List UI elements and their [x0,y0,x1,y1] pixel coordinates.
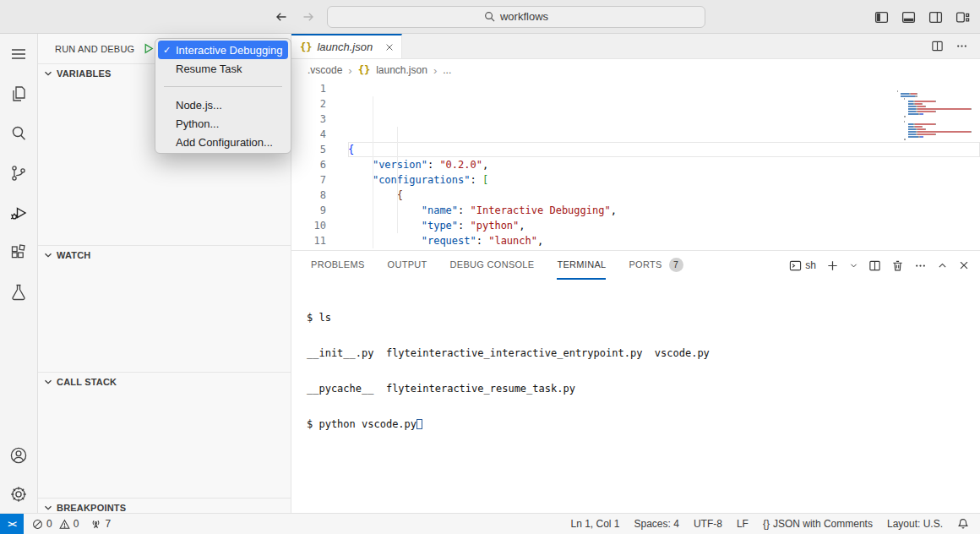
active-terminal-item[interactable]: sh [789,259,816,272]
split-editor-icon[interactable] [931,40,944,52]
sidebar-title: RUN AND DEBUG [55,44,134,54]
problems-status[interactable]: 0 0 [32,518,79,530]
tab-launch-json[interactable]: {} launch.json [291,34,402,58]
call-stack-section: CALL STACK [38,372,291,498]
language-mode-status[interactable]: {} JSON with Comments [763,518,873,530]
json-file-icon: {} [358,64,370,76]
menu-item-resume-task[interactable]: Resume Task [158,59,288,78]
remote-icon: >< [8,520,16,529]
extensions-icon[interactable] [8,242,29,263]
encoding-status[interactable]: UTF-8 [694,518,722,530]
menu-item-nodejs[interactable]: Node.js... [158,95,288,114]
code-line[interactable]: "request": "launch", [348,233,980,248]
toggle-secondary-sidebar-icon[interactable] [928,10,943,25]
json-file-icon: {} [300,41,312,53]
breadcrumb-file[interactable]: launch.json [376,64,427,76]
more-actions-icon[interactable] [956,40,968,52]
run-and-debug-icon[interactable] [8,203,29,223]
forward-arrow-icon[interactable] [302,10,315,24]
back-arrow-icon[interactable] [275,10,288,24]
code-line[interactable]: "name": "Interactive Debugging", [348,203,980,218]
terminal-line: $ ls [307,312,980,324]
close-panel-icon[interactable] [958,259,970,271]
search-text: workflows [500,10,548,23]
notifications-bell-icon[interactable] [957,518,969,530]
breadcrumb-separator: › [433,64,437,77]
cursor-position-status[interactable]: Ln 1, Col 1 [570,518,619,530]
editor-tab-bar: {} launch.json [291,34,980,59]
tab-problems[interactable]: PROBLEMS [311,251,365,280]
terminal-dropdown-chevron-icon[interactable] [849,261,858,270]
close-tab-icon[interactable] [384,42,395,52]
maximize-panel-icon[interactable] [937,260,948,271]
code-line[interactable]: { [348,188,980,203]
chevron-down-icon [41,501,55,513]
settings-gear-icon[interactable] [8,484,29,504]
toggle-panel-icon[interactable] [901,10,916,25]
watch-section: WATCH [38,245,291,372]
search-view-icon[interactable] [8,123,29,144]
chevron-down-icon [41,375,55,389]
explorer-icon[interactable] [8,84,29,104]
terminal-cursor [416,419,422,429]
terminal-icon [789,259,802,272]
menu-item-add-configuration[interactable]: Add Configuration... [158,133,288,151]
account-icon[interactable] [8,445,29,466]
minimap-line [897,120,972,122]
line-number: 4 [291,127,326,142]
minimap[interactable] [894,83,972,135]
line-numbers[interactable]: 1234567891011 [291,81,348,250]
tab-terminal[interactable]: TERMINAL [557,251,606,280]
forwarded-ports-status[interactable]: 7 [90,518,111,530]
breadcrumb: .vscode › {} launch.json › ... [291,59,980,81]
line-number: 10 [291,218,326,233]
remote-indicator[interactable]: >< [0,514,24,534]
tab-ports[interactable]: PORTS 7 [629,251,683,280]
toggle-sidebar-icon[interactable] [874,10,889,25]
activity-bar [0,34,38,513]
line-number: 3 [291,112,326,127]
code-line[interactable]: { [348,142,980,157]
line-number: 1 [291,81,326,96]
customize-layout-icon[interactable] [956,10,970,25]
line-number: 2 [291,96,326,112]
code-line[interactable]: "program": "/root/workflows/flyteinterac… [348,248,980,250]
code-lines[interactable]: { "version": "0.2.0", "configurations": … [348,81,980,250]
line-number: 11 [291,233,326,248]
radio-tower-icon [90,519,101,530]
code-line[interactable]: "type": "python", [348,218,980,233]
command-center-search[interactable]: workflows [327,6,705,28]
kill-terminal-trash-icon[interactable] [891,259,904,272]
eol-status[interactable]: LF [737,518,749,530]
indent-guide [397,127,398,233]
code-line[interactable]: "configurations": [ [348,172,980,188]
terminal-output[interactable]: $ ls __init__.py flyteinteractive_intera… [291,280,980,513]
watch-section-header[interactable]: WATCH [38,246,291,264]
source-control-icon[interactable] [8,163,29,183]
call-stack-section-header[interactable]: CALL STACK [38,373,291,391]
terminal-line: __init__.py flyteinteractive_interactive… [307,347,980,359]
breadcrumb-separator: › [348,64,351,77]
breadcrumb-folder[interactable]: .vscode [308,64,342,76]
code-line[interactable]: "version": "0.2.0", [348,157,980,172]
search-icon [484,11,495,22]
panel-more-actions-icon[interactable] [914,259,927,272]
testing-icon[interactable] [8,282,29,302]
indentation-status[interactable]: Spaces: 4 [634,518,679,530]
breakpoints-section-header[interactable]: BREAKPOINTS [38,499,291,513]
ports-badge: 7 [669,258,683,272]
keyboard-layout-status[interactable]: Layout: U.S. [887,518,943,530]
tab-debug-console[interactable]: DEBUG CONSOLE [450,251,535,280]
line-number: 7 [291,172,326,188]
menu-item-python[interactable]: Python... [158,114,288,133]
split-terminal-icon[interactable] [868,259,881,272]
start-debugging-button[interactable] [142,42,155,55]
chevron-down-icon [41,248,55,262]
breadcrumb-symbol[interactable]: ... [443,64,451,76]
menu-item-interactive-debugging[interactable]: ✓ Interactive Debugging [158,41,288,59]
new-terminal-button[interactable] [826,259,839,272]
menu-icon[interactable] [8,44,29,64]
minimap-line [897,117,972,119]
tab-output[interactable]: OUTPUT [388,251,427,280]
minimap-line [897,115,972,117]
